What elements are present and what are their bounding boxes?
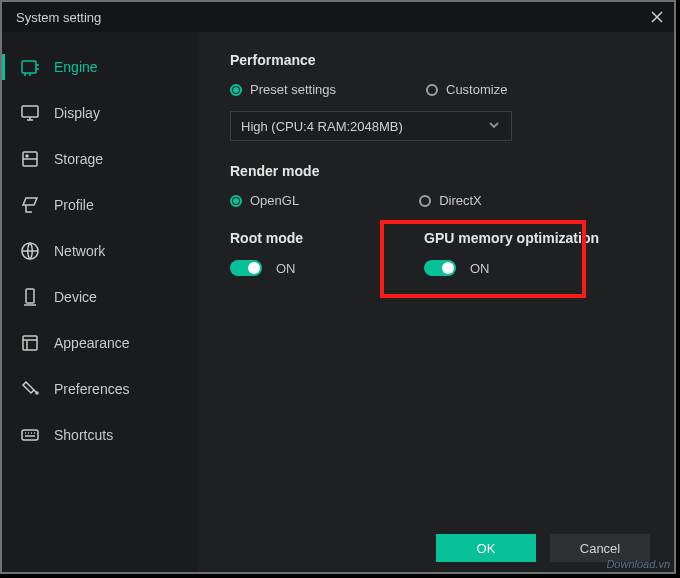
sidebar-item-appearance[interactable]: Appearance	[2, 320, 198, 366]
profile-icon	[20, 195, 40, 215]
preferences-icon	[20, 379, 40, 399]
svg-rect-8	[22, 430, 38, 440]
radio-dot-icon	[426, 84, 438, 96]
settings-window: System setting Engine Display	[0, 0, 676, 574]
sidebar-item-display[interactable]: Display	[2, 90, 198, 136]
gpu-opt-toggle[interactable]	[424, 260, 456, 276]
sidebar-item-label: Network	[54, 243, 105, 259]
radio-label: Customize	[446, 82, 507, 97]
render-title: Render mode	[230, 163, 642, 179]
root-mode-state: ON	[276, 261, 296, 276]
content-panel: Performance Preset settings Customize Hi…	[198, 32, 674, 572]
button-label: Cancel	[580, 541, 620, 556]
sidebar-item-storage[interactable]: Storage	[2, 136, 198, 182]
close-button[interactable]	[650, 10, 664, 24]
gpu-opt-state: ON	[470, 261, 490, 276]
sidebar-item-label: Display	[54, 105, 100, 121]
sidebar-item-label: Profile	[54, 197, 94, 213]
sidebar-item-label: Device	[54, 289, 97, 305]
preset-select[interactable]: High (CPU:4 RAM:2048MB)	[230, 111, 512, 141]
appearance-icon	[20, 333, 40, 353]
sidebar-item-label: Engine	[54, 59, 98, 75]
radio-directx[interactable]: DirectX	[419, 193, 482, 208]
root-mode-title: Root mode	[230, 230, 370, 246]
svg-rect-1	[22, 106, 38, 117]
gpu-opt-title: GPU memory optimization	[424, 230, 599, 246]
toggle-knob	[248, 262, 260, 274]
close-icon	[651, 11, 663, 23]
gpu-toggle-row: ON	[424, 260, 599, 276]
gpu-opt-section: GPU memory optimization ON	[424, 230, 599, 276]
sidebar-item-preferences[interactable]: Preferences	[2, 366, 198, 412]
radio-dot-icon	[419, 195, 431, 207]
sidebar-item-engine[interactable]: Engine	[2, 44, 198, 90]
render-radio-row: OpenGL DirectX	[230, 193, 642, 208]
performance-title: Performance	[230, 52, 642, 68]
storage-icon	[20, 149, 40, 169]
radio-preset-settings[interactable]: Preset settings	[230, 82, 336, 97]
sidebar-item-profile[interactable]: Profile	[2, 182, 198, 228]
radio-label: Preset settings	[250, 82, 336, 97]
sidebar-item-label: Appearance	[54, 335, 130, 351]
device-icon	[20, 287, 40, 307]
sidebar-item-device[interactable]: Device	[2, 274, 198, 320]
sidebar: Engine Display Storage Profile	[2, 32, 198, 572]
engine-icon	[20, 57, 40, 77]
performance-radio-row: Preset settings Customize	[230, 82, 642, 97]
sidebar-item-shortcuts[interactable]: Shortcuts	[2, 412, 198, 458]
window-body: Engine Display Storage Profile	[2, 32, 674, 572]
performance-section: Performance Preset settings Customize Hi…	[230, 52, 642, 141]
root-mode-toggle[interactable]	[230, 260, 262, 276]
svg-point-3	[26, 155, 28, 157]
footer-buttons: OK Cancel	[436, 534, 650, 562]
mode-row: Root mode ON GPU memory optimization	[230, 230, 642, 276]
radio-dot-icon	[230, 84, 242, 96]
radio-dot-icon	[230, 195, 242, 207]
ok-button[interactable]: OK	[436, 534, 536, 562]
sidebar-item-label: Preferences	[54, 381, 129, 397]
radio-label: OpenGL	[250, 193, 299, 208]
svg-rect-5	[26, 289, 34, 303]
toggle-knob	[442, 262, 454, 274]
network-icon	[20, 241, 40, 261]
svg-rect-6	[23, 336, 37, 350]
titlebar: System setting	[2, 2, 674, 32]
display-icon	[20, 103, 40, 123]
root-toggle-row: ON	[230, 260, 370, 276]
select-value: High (CPU:4 RAM:2048MB)	[241, 119, 403, 134]
shortcuts-icon	[20, 425, 40, 445]
render-section: Render mode OpenGL DirectX	[230, 163, 642, 208]
radio-customize[interactable]: Customize	[426, 82, 507, 97]
window-title: System setting	[16, 10, 650, 25]
svg-rect-0	[22, 61, 36, 73]
cancel-button[interactable]: Cancel	[550, 534, 650, 562]
chevron-down-icon	[487, 118, 501, 135]
sidebar-item-label: Storage	[54, 151, 103, 167]
root-mode-section: Root mode ON	[230, 230, 370, 276]
sidebar-item-label: Shortcuts	[54, 427, 113, 443]
sidebar-item-network[interactable]: Network	[2, 228, 198, 274]
radio-opengl[interactable]: OpenGL	[230, 193, 299, 208]
radio-label: DirectX	[439, 193, 482, 208]
button-label: OK	[477, 541, 496, 556]
